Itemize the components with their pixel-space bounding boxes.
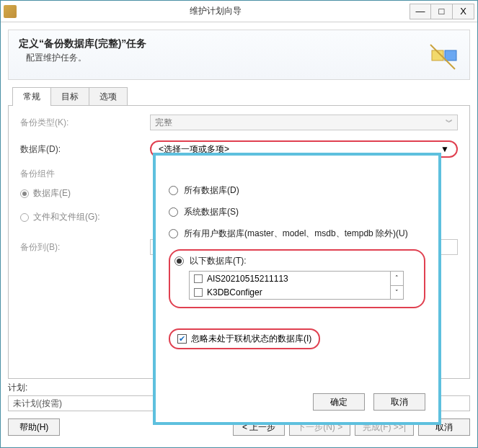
opt-these-databases[interactable]: 以下数据库(T): bbox=[174, 255, 417, 266]
svg-rect-1 bbox=[445, 50, 456, 61]
database-label: 数据库(D): bbox=[20, 143, 150, 156]
radio-icon bbox=[169, 207, 178, 217]
window-title: 维护计划向导 bbox=[21, 5, 410, 17]
content-area: 定义“备份数据库(完整)”任务 配置维护任务。 常规 目标 选项 备份类型(K)… bbox=[1, 22, 477, 447]
backup-to-label: 备份到(B): bbox=[20, 241, 150, 254]
tab-panel-general: 备份类型(K): 完整 ︾ 数据库(D): <选择一项或多项> ▼ 备份组件 bbox=[8, 105, 470, 379]
minimize-button[interactable]: — bbox=[410, 4, 431, 19]
opt-sys-text: 系统数据库(S) bbox=[184, 206, 239, 218]
database-list[interactable]: AIS20210515211113 K3DBConfiger bbox=[189, 271, 391, 300]
highlight-ignore-offline: ✔ 忽略未处于联机状态的数据库(I) bbox=[169, 328, 320, 349]
component-db-radio: 数据库(E) bbox=[20, 187, 100, 200]
db-name-2: K3DBConfiger bbox=[207, 287, 262, 297]
opt-user-text: 所有用户数据库(master、model、msdb、tempdb 除外)(U) bbox=[184, 228, 408, 239]
tab-strip: 常规 目标 选项 bbox=[12, 87, 470, 106]
header-decor-icon bbox=[426, 37, 462, 73]
radio-icon bbox=[169, 229, 178, 238]
popup-ok-button[interactable]: 确定 bbox=[313, 393, 365, 411]
title-bar: 维护计划向导 — □ X bbox=[1, 1, 477, 22]
scroll-down-button[interactable]: ˅ bbox=[391, 286, 403, 300]
highlight-these-databases: 以下数据库(T): AIS20210515211113 K3DBConfiger bbox=[169, 249, 425, 308]
list-scroll-spinner: ˄ ˅ bbox=[391, 271, 404, 300]
popup-button-bar: 确定 取消 bbox=[169, 393, 425, 411]
tab-general[interactable]: 常规 bbox=[12, 87, 51, 106]
opt-all-databases[interactable]: 所有数据库(D) bbox=[169, 184, 425, 196]
backup-type-label: 备份类型(K): bbox=[20, 117, 150, 129]
tab-options[interactable]: 选项 bbox=[89, 87, 128, 106]
maximize-button[interactable]: □ bbox=[431, 4, 453, 19]
app-icon bbox=[4, 5, 17, 18]
radio-icon bbox=[20, 213, 29, 222]
row-backup-type: 备份类型(K): 完整 ︾ bbox=[20, 115, 458, 130]
component-fg-text: 文件和文件组(G): bbox=[33, 211, 100, 223]
database-list-wrap: AIS20210515211113 K3DBConfiger ˄ ˅ bbox=[189, 271, 417, 300]
opt-these-text: 以下数据库(T): bbox=[190, 255, 247, 266]
opt-user-databases[interactable]: 所有用户数据库(master、model、msdb、tempdb 除外)(U) bbox=[169, 228, 425, 239]
component-db-text: 数据库(E) bbox=[33, 187, 71, 200]
db-name-1: AIS20210515211113 bbox=[207, 274, 288, 284]
component-fg-radio: 文件和文件组(G): bbox=[20, 211, 100, 223]
ignore-offline-checkbox[interactable]: ✔ bbox=[177, 334, 187, 344]
page-title: 定义“备份数据库(完整)”任务 bbox=[19, 37, 459, 50]
backup-type-combo: 完整 ︾ bbox=[150, 115, 458, 130]
dropdown-arrow-icon: ▼ bbox=[441, 144, 449, 154]
radio-icon bbox=[174, 256, 184, 266]
component-label: 备份组件 bbox=[20, 168, 100, 180]
close-button[interactable]: X bbox=[453, 4, 474, 19]
opt-system-databases[interactable]: 系统数据库(S) bbox=[169, 206, 425, 218]
radio-icon bbox=[20, 189, 29, 198]
window-buttons: — □ X bbox=[410, 4, 474, 19]
checkbox-icon[interactable] bbox=[194, 274, 203, 283]
radio-icon bbox=[169, 186, 178, 195]
db-row-2[interactable]: K3DBConfiger bbox=[190, 285, 390, 299]
page-subtitle: 配置维护任务。 bbox=[26, 52, 459, 64]
scroll-up-button[interactable]: ˄ bbox=[391, 272, 403, 286]
component-area: 备份组件 数据库(E) 文件和文件组(G): bbox=[20, 168, 100, 229]
opt-all-text: 所有数据库(D) bbox=[184, 184, 239, 196]
popup-cancel-button[interactable]: 取消 bbox=[373, 393, 425, 411]
page-header: 定义“备份数据库(完整)”任务 配置维护任务。 bbox=[8, 30, 470, 80]
plan-value-text: 未计划(按需) bbox=[13, 398, 62, 410]
checkbox-icon[interactable] bbox=[194, 288, 203, 297]
chevron-down-icon: ︾ bbox=[446, 117, 453, 127]
db-row-1[interactable]: AIS20210515211113 bbox=[190, 272, 390, 285]
help-button[interactable]: 帮助(H) bbox=[8, 418, 60, 436]
database-dropdown-popup: 所有数据库(D) 系统数据库(S) 所有用户数据库(master、model、m… bbox=[153, 153, 441, 425]
wizard-window: 维护计划向导 — □ X 定义“备份数据库(完整)”任务 配置维护任务。 常规 … bbox=[0, 0, 478, 448]
tab-target[interactable]: 目标 bbox=[50, 87, 89, 106]
backup-type-value: 完整 bbox=[155, 117, 172, 129]
ignore-offline-label: 忽略未处于联机状态的数据库(I) bbox=[191, 333, 311, 345]
